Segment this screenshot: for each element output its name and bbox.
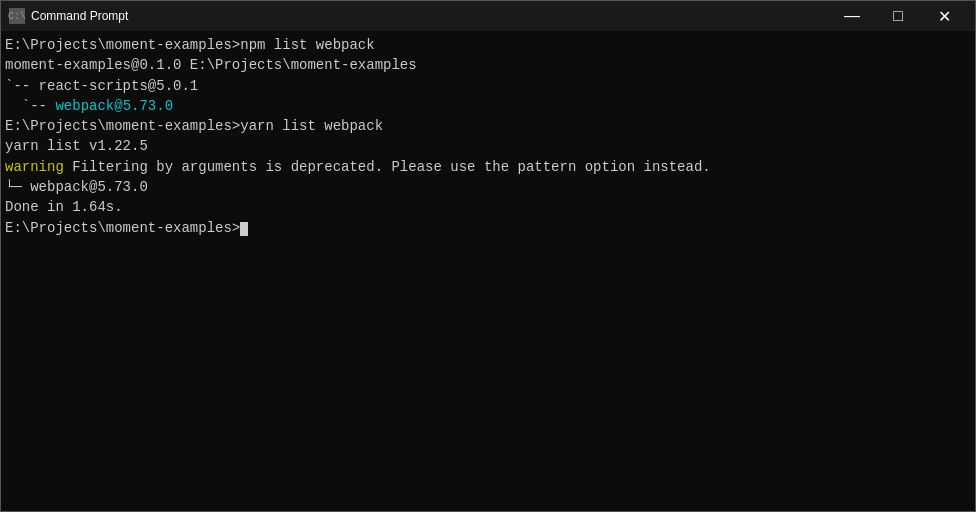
console-line: moment-examples@0.1.0 E:\Projects\moment…: [5, 55, 971, 75]
window-title: Command Prompt: [31, 9, 829, 23]
close-button[interactable]: ✕: [921, 1, 967, 31]
console-line: E:\Projects\moment-examples>: [5, 218, 971, 238]
console-line: warning Filtering by arguments is deprec…: [5, 157, 971, 177]
console-line: `-- webpack@5.73.0: [5, 96, 971, 116]
window-controls: — □ ✕: [829, 1, 967, 31]
title-bar: C:\ Command Prompt — □ ✕: [1, 1, 975, 31]
maximize-button[interactable]: □: [875, 1, 921, 31]
window-icon: C:\: [9, 8, 25, 24]
console-output[interactable]: E:\Projects\moment-examples>npm list web…: [1, 31, 975, 511]
cursor: [240, 222, 248, 236]
console-line: └─ webpack@5.73.0: [5, 177, 971, 197]
console-line: yarn list v1.22.5: [5, 136, 971, 156]
minimize-button[interactable]: —: [829, 1, 875, 31]
command-prompt-window: C:\ Command Prompt — □ ✕ E:\Projects\mom…: [0, 0, 976, 512]
console-line: E:\Projects\moment-examples>npm list web…: [5, 35, 971, 55]
console-line: `-- react-scripts@5.0.1: [5, 76, 971, 96]
console-line: Done in 1.64s.: [5, 197, 971, 217]
console-line: E:\Projects\moment-examples>yarn list we…: [5, 116, 971, 136]
